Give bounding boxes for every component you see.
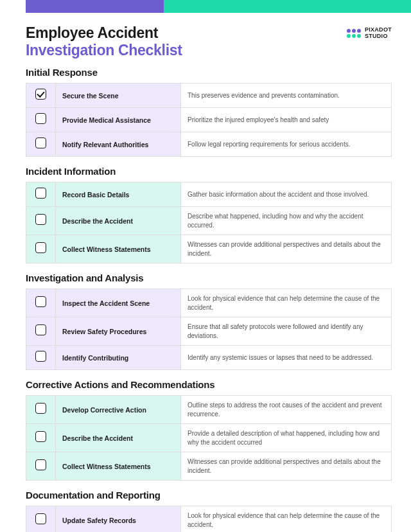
checklist-table: Update Safety RecordsLook for physical e… <box>26 506 392 532</box>
checkbox-cell <box>26 424 56 452</box>
checkbox-cell <box>26 207 56 235</box>
checklist-table: Inspect the Accident SceneLook for physi… <box>26 288 392 370</box>
item-title: Update Safety Records <box>56 506 181 533</box>
checkbox[interactable] <box>35 351 46 362</box>
item-description: Gather basic information about the accid… <box>181 182 392 207</box>
header: Employee Accident Investigation Checklis… <box>26 24 392 59</box>
checkbox-cell <box>26 452 56 481</box>
section-title: Documentation and Reporting <box>26 490 392 501</box>
checkbox[interactable] <box>35 431 46 442</box>
checkbox-cell <box>26 132 56 157</box>
item-description: Witnesses can provide additional perspec… <box>181 452 392 481</box>
section-title: Incident Information <box>26 166 392 177</box>
checkbox[interactable] <box>35 513 46 524</box>
item-title: Describe the Accident <box>56 424 181 452</box>
table-row: Identify ContributingIdentify any system… <box>26 346 392 370</box>
item-title: Identify Contributing <box>56 346 181 370</box>
checkbox-cell <box>26 289 56 317</box>
accent-teal <box>164 0 411 13</box>
section: Investigation and AnalysisInspect the Ac… <box>26 272 392 370</box>
table-row: Review Safety ProceduresEnsure that all … <box>26 317 392 346</box>
checkbox[interactable] <box>35 296 46 307</box>
section: Initial ResponseSecure the SceneThis pre… <box>26 67 392 157</box>
title-block: Employee Accident Investigation Checklis… <box>26 24 182 59</box>
item-description: Identify any systemic issues or lapses t… <box>181 346 392 370</box>
table-row: Develop Corrective ActionOutline steps t… <box>26 396 392 424</box>
item-title: Collect Witness Statements <box>56 452 181 481</box>
item-description: Look for physical evidence that can help… <box>181 289 392 317</box>
table-row: Collect Witness StatementsWitnesses can … <box>26 452 392 481</box>
checklist-table: Develop Corrective ActionOutline steps t… <box>26 395 392 481</box>
checkbox-cell <box>26 108 56 132</box>
item-title: Notify Relevant Authorities <box>56 132 181 157</box>
checkbox[interactable] <box>35 324 46 335</box>
item-description: Ensure that all safety protocols were fo… <box>181 317 392 346</box>
item-title: Secure the Scene <box>56 84 181 108</box>
item-description: Provide a detailed description of what h… <box>181 424 392 452</box>
checkbox-cell <box>26 346 56 370</box>
section-title: Corrective Actions and Recommendations <box>26 379 392 390</box>
logo-dots-icon <box>347 29 361 38</box>
sections-container: Initial ResponseSecure the SceneThis pre… <box>26 67 392 532</box>
item-title: Collect Witness Statements <box>56 235 181 263</box>
table-row: Record Basic DetailsGather basic informa… <box>26 182 392 207</box>
checkbox[interactable] <box>35 188 46 199</box>
item-description: Witnesses can provide additional perspec… <box>181 235 392 263</box>
item-title: Inspect the Accident Scene <box>56 289 181 317</box>
table-row: Update Safety RecordsLook for physical e… <box>26 506 392 533</box>
table-row: Secure the SceneThis preserves evidence … <box>26 84 392 108</box>
item-description: Follow legal reporting requirements for … <box>181 132 392 157</box>
item-description: Prioritize the injured employee's health… <box>181 108 392 132</box>
checkbox-cell <box>26 317 56 346</box>
table-row: Notify Relevant AuthoritiesFollow legal … <box>26 132 392 157</box>
top-accent-bar <box>0 0 411 13</box>
item-title: Provide Medical Assistance <box>56 108 181 132</box>
checkbox[interactable] <box>35 214 46 225</box>
item-description: This preserves evidence and prevents con… <box>181 84 392 108</box>
item-title: Record Basic Details <box>56 182 181 207</box>
checkbox[interactable] <box>35 113 46 124</box>
table-row: Collect Witness StatementsWitnesses can … <box>26 235 392 263</box>
item-title: Develop Corrective Action <box>56 396 181 424</box>
checklist-table: Secure the SceneThis preserves evidence … <box>26 83 392 157</box>
table-row: Provide Medical AssistancePrioritize the… <box>26 108 392 132</box>
checkbox[interactable] <box>35 459 46 470</box>
logo-text: PIXADOT STUDIO <box>365 27 392 40</box>
section: Corrective Actions and RecommendationsDe… <box>26 379 392 481</box>
item-title: Review Safety Procedures <box>56 317 181 346</box>
checkbox[interactable] <box>35 89 46 100</box>
checkbox[interactable] <box>35 242 46 253</box>
accent-purple <box>26 0 164 13</box>
table-row: Describe the AccidentDescribe what happe… <box>26 207 392 235</box>
checkbox-cell <box>26 182 56 207</box>
checkbox[interactable] <box>35 403 46 414</box>
item-description: Describe what happened, including how an… <box>181 207 392 235</box>
checkbox-cell <box>26 235 56 263</box>
page-subtitle: Investigation Checklist <box>26 42 182 59</box>
checkbox-cell <box>26 84 56 108</box>
section-title: Investigation and Analysis <box>26 272 392 283</box>
brand-logo: PIXADOT STUDIO <box>347 27 392 40</box>
checkbox[interactable] <box>35 137 46 148</box>
section-title: Initial Response <box>26 67 392 78</box>
page-content: Employee Accident Investigation Checklis… <box>0 13 411 532</box>
item-title: Describe the Accident <box>56 207 181 235</box>
item-description: Outline steps to address the root causes… <box>181 396 392 424</box>
checkbox-cell <box>26 396 56 424</box>
page-title: Employee Accident <box>26 24 182 42</box>
checklist-table: Record Basic DetailsGather basic informa… <box>26 182 392 263</box>
table-row: Describe the AccidentProvide a detailed … <box>26 424 392 452</box>
item-description: Look for physical evidence that can help… <box>181 506 392 533</box>
checkbox-cell <box>26 506 56 533</box>
section: Incident InformationRecord Basic Details… <box>26 166 392 263</box>
section: Documentation and ReportingUpdate Safety… <box>26 490 392 532</box>
table-row: Inspect the Accident SceneLook for physi… <box>26 289 392 317</box>
